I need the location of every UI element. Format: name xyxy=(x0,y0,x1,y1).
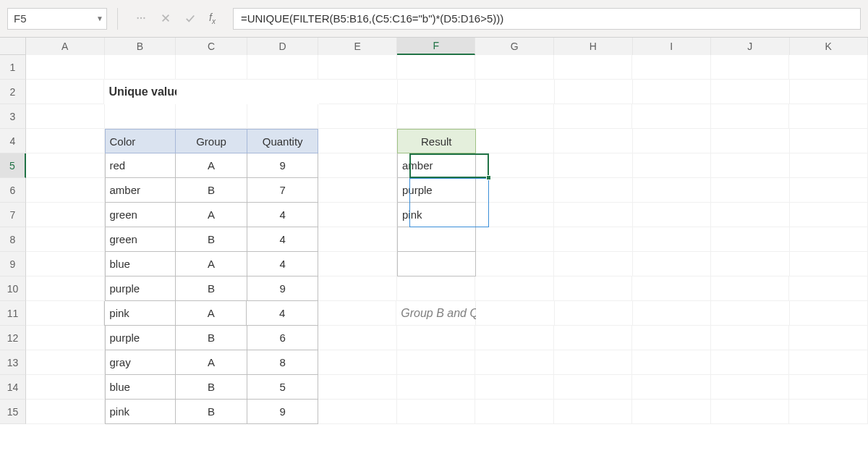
formula-input[interactable]: =UNIQUE(FILTER(B5:B16,(C5:C16="b")*(D5:D… xyxy=(233,8,861,30)
cell-E7[interactable] xyxy=(318,203,397,227)
cell-K14[interactable] xyxy=(789,375,868,400)
cell-A1[interactable] xyxy=(26,55,105,80)
cell-C1[interactable] xyxy=(176,55,247,80)
cell-J13[interactable] xyxy=(711,350,790,375)
name-box-dropdown-icon[interactable]: ▼ xyxy=(96,14,103,22)
cell-K11[interactable] xyxy=(790,301,868,326)
cell-I6[interactable] xyxy=(633,178,712,203)
cell-I4[interactable] xyxy=(633,129,712,153)
cell-K9[interactable] xyxy=(790,252,869,276)
cell-I15[interactable] xyxy=(632,400,711,424)
row-header-7[interactable]: 7 xyxy=(0,203,26,227)
col-header-H[interactable]: H xyxy=(554,38,633,55)
cell-H11[interactable] xyxy=(555,301,633,326)
cell-C8[interactable]: B xyxy=(176,227,247,252)
cell-H2[interactable] xyxy=(555,80,633,104)
cell-A5[interactable] xyxy=(26,153,105,178)
cell-G7[interactable] xyxy=(476,203,555,227)
cell-I7[interactable] xyxy=(633,203,712,227)
cell-C10[interactable]: B xyxy=(176,276,247,301)
cell-G12[interactable] xyxy=(475,326,554,350)
cell-D14[interactable]: 5 xyxy=(247,375,319,400)
cell-C3[interactable] xyxy=(176,104,247,129)
cell-B1[interactable] xyxy=(105,55,176,80)
cell-A14[interactable] xyxy=(26,375,105,400)
cell-F3[interactable] xyxy=(397,104,476,129)
cell-D3[interactable] xyxy=(247,104,319,129)
cell-C5[interactable]: A xyxy=(176,153,247,178)
cell-G6[interactable] xyxy=(476,178,555,203)
cell-E6[interactable] xyxy=(318,178,397,203)
cell-I11[interactable] xyxy=(633,301,711,326)
cell-K5[interactable] xyxy=(790,153,869,178)
cell-H9[interactable] xyxy=(554,252,633,276)
cell-E3[interactable] xyxy=(318,104,397,129)
cell-A8[interactable] xyxy=(26,227,105,252)
row-header-5[interactable]: 5 xyxy=(0,153,26,178)
cell-J7[interactable] xyxy=(711,203,790,227)
cell-A2[interactable] xyxy=(26,80,104,104)
cell-F14[interactable] xyxy=(397,375,476,400)
row-header-13[interactable]: 13 xyxy=(0,350,26,375)
cell-D15[interactable]: 9 xyxy=(247,400,319,424)
cell-B6[interactable]: amber xyxy=(105,178,176,203)
cell-B9[interactable]: blue xyxy=(105,252,176,276)
col-header-K[interactable]: K xyxy=(790,38,868,55)
cell-C7[interactable]: A xyxy=(176,203,247,227)
cell-C6[interactable]: B xyxy=(176,178,247,203)
cell-A12[interactable] xyxy=(26,326,105,350)
cell-G1[interactable] xyxy=(475,55,554,80)
cell-D1[interactable] xyxy=(247,55,319,80)
cell-B13[interactable]: gray xyxy=(105,350,176,375)
cell-A3[interactable] xyxy=(26,104,105,129)
cell-E4[interactable] xyxy=(318,129,397,153)
cell-I9[interactable] xyxy=(633,252,712,276)
cell-C12[interactable]: B xyxy=(176,326,247,350)
cell-I12[interactable] xyxy=(632,326,711,350)
cell-F12[interactable] xyxy=(397,326,476,350)
cell-F13[interactable] xyxy=(397,350,476,375)
row-header-3[interactable]: 3 xyxy=(0,104,26,129)
cell-A4[interactable] xyxy=(26,129,105,153)
col-header-I[interactable]: I xyxy=(633,38,712,55)
cell-E8[interactable] xyxy=(318,227,397,252)
cell-G9[interactable] xyxy=(476,252,555,276)
cell-E5[interactable] xyxy=(318,153,397,178)
cell-C15[interactable]: B xyxy=(176,400,247,424)
cell-C9[interactable]: A xyxy=(176,252,247,276)
cell-I10[interactable] xyxy=(632,276,711,301)
cell-I5[interactable] xyxy=(633,153,712,178)
cell-D2[interactable] xyxy=(248,80,320,104)
table-header-group[interactable]: Group xyxy=(176,129,247,153)
cell-J10[interactable] xyxy=(711,276,790,301)
cell-E10[interactable] xyxy=(318,276,397,301)
cell-H3[interactable] xyxy=(554,104,633,129)
result-header[interactable]: Result xyxy=(397,129,476,153)
cell-G15[interactable] xyxy=(475,400,554,424)
cancel-icon[interactable] xyxy=(160,12,171,24)
cell-H7[interactable] xyxy=(554,203,633,227)
col-header-G[interactable]: G xyxy=(475,38,554,55)
annotation-text[interactable]: Group B and Quantity > 5 xyxy=(396,301,476,326)
cell-F9[interactable] xyxy=(397,252,476,276)
cell-B7[interactable]: green xyxy=(105,203,176,227)
cell-D6[interactable]: 7 xyxy=(247,178,319,203)
cell-G10[interactable] xyxy=(475,276,554,301)
cell-B2-title[interactable]: Unique values with multiple criteria xyxy=(104,80,176,104)
cell-E15[interactable] xyxy=(318,400,397,424)
col-header-E[interactable]: E xyxy=(318,38,397,55)
cell-F5-active[interactable]: amber xyxy=(397,153,476,178)
cell-H12[interactable] xyxy=(554,326,633,350)
cell-F15[interactable] xyxy=(397,400,476,424)
row-header-4[interactable]: 4 xyxy=(0,129,26,153)
cell-D11[interactable]: 4 xyxy=(247,301,318,326)
cell-H15[interactable] xyxy=(554,400,633,424)
col-header-D[interactable]: D xyxy=(247,38,319,55)
cell-H5[interactable] xyxy=(554,153,633,178)
cell-G13[interactable] xyxy=(475,350,554,375)
cell-G14[interactable] xyxy=(475,375,554,400)
row-header-1[interactable]: 1 xyxy=(0,55,26,80)
cell-A6[interactable] xyxy=(26,178,105,203)
cell-B11[interactable]: pink xyxy=(104,301,176,326)
cell-D5[interactable]: 9 xyxy=(247,153,319,178)
